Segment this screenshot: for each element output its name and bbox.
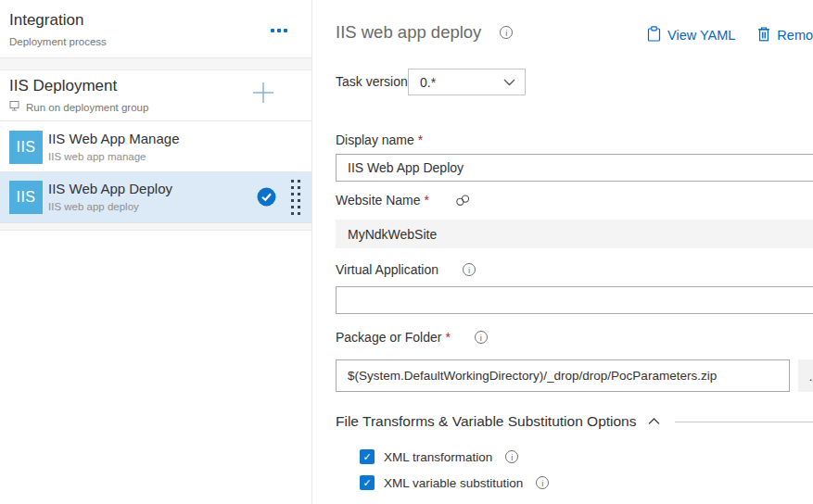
ellipsis-icon[interactable]: [267, 25, 291, 36]
process-header: Integration Deployment process: [0, 0, 311, 58]
iis-task-tile-icon: IIS: [9, 181, 43, 214]
header-actions: View YAML Remove: [647, 26, 813, 44]
chevron-up-icon: [648, 418, 660, 425]
deployment-group-title: IIS Deployment: [9, 77, 117, 95]
iis-task-tile-icon: IIS: [9, 131, 43, 164]
deployment-group-subtitle: Run on deployment group: [9, 101, 148, 113]
package-or-folder-label: Package or Folder*: [336, 330, 488, 345]
task-title: IIS Web App Deploy: [48, 181, 172, 196]
website-name-label: Website Name*: [336, 193, 471, 208]
view-yaml-button[interactable]: View YAML: [647, 26, 735, 44]
display-name-label: Display name*: [336, 132, 423, 147]
info-icon[interactable]: [475, 331, 488, 344]
checkbox-label: XML variable substitution: [384, 476, 523, 490]
enabled-check-icon[interactable]: [257, 187, 276, 207]
clipboard-icon: [647, 26, 661, 44]
display-name-input[interactable]: [336, 154, 813, 182]
task-subtitle: IIS web app deploy: [48, 201, 139, 212]
xml-variable-substitution-checkbox[interactable]: [360, 475, 375, 490]
xml-variable-substitution-row: XML variable substitution: [360, 475, 549, 490]
xml-transformation-row: XML transformation: [360, 449, 518, 464]
info-icon[interactable]: [463, 263, 476, 276]
task-version-value: 0.*: [409, 75, 503, 90]
process-subtitle: Deployment process: [9, 36, 107, 47]
task-config-header: IIS web app deploy: [336, 22, 513, 43]
task-row-iis-web-app-manage[interactable]: IIS IIS Web App Manage IIS web app manag…: [0, 122, 311, 172]
drag-handle-icon[interactable]: [291, 180, 301, 220]
info-icon[interactable]: [505, 450, 518, 463]
task-subtitle: IIS web app manage: [48, 151, 146, 162]
section-divider: [675, 422, 813, 422]
info-icon[interactable]: [536, 476, 549, 489]
file-transforms-section-header[interactable]: File Transforms & Variable Substitution …: [336, 413, 813, 430]
virtual-application-label: Virtual Application: [336, 262, 476, 277]
section-title: File Transforms & Variable Substitution …: [336, 413, 637, 430]
xml-transformation-checkbox[interactable]: [360, 449, 375, 464]
info-icon[interactable]: [500, 26, 513, 39]
task-version-label: Task version: [336, 74, 408, 89]
pipeline-sidebar: Integration Deployment process IIS Deplo…: [0, 0, 312, 504]
browse-button[interactable]: …: [798, 359, 813, 392]
sidebar-divider-band: [0, 58, 311, 70]
task-version-select[interactable]: 0.*: [408, 69, 526, 95]
task-row-iis-web-app-deploy[interactable]: IIS IIS Web App Deploy IIS web app deplo…: [0, 172, 311, 222]
page-title: IIS web app deploy: [336, 22, 481, 43]
process-title: Integration: [9, 11, 83, 30]
sidebar-divider-band: [0, 222, 311, 231]
task-title: IIS Web App Manage: [48, 131, 179, 146]
deployment-group-header[interactable]: IIS Deployment Run on deployment group: [0, 70, 311, 121]
chevron-down-icon: [503, 79, 515, 86]
virtual-application-input[interactable]: [336, 286, 813, 314]
checkbox-label: XML transformation: [384, 450, 492, 464]
remove-button[interactable]: Remove: [757, 27, 813, 44]
link-icon[interactable]: [455, 195, 471, 207]
package-or-folder-input[interactable]: [336, 359, 790, 392]
add-task-button[interactable]: [250, 80, 276, 106]
website-name-field: MyNdkWebSite: [336, 220, 813, 248]
deployment-group-icon: [9, 101, 20, 113]
trash-icon: [757, 27, 770, 44]
